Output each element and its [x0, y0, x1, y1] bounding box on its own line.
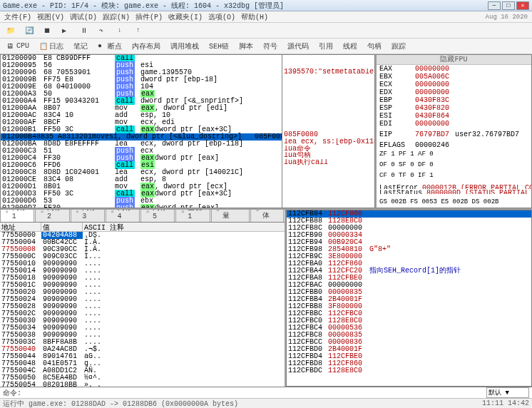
tab-references[interactable]: 引用: [315, 40, 337, 53]
stack-row[interactable]: 112CFB9C3E800000: [287, 253, 531, 260]
disasm-comment[interactable]: lua句柄: [282, 152, 374, 159]
disasm-comment[interactable]: [282, 173, 374, 180]
stack-row[interactable]: 112CFBB000000835: [287, 289, 531, 296]
disasm-comment[interactable]: lua命令: [282, 146, 374, 153]
disasm-comment[interactable]: [282, 103, 374, 111]
tab-symbols[interactable]: 符号: [260, 40, 281, 53]
disasm-comment[interactable]: [282, 90, 374, 97]
step-out-button[interactable]: ↑: [133, 25, 148, 36]
dump-hdr-ascii[interactable]: ASCII 注释: [83, 223, 285, 231]
dump-hdr-val[interactable]: 值: [41, 223, 83, 231]
stack-row[interactable]: 112CFBD4112CFBE0: [287, 353, 531, 360]
stack-row[interactable]: 112CFB8C00000000: [287, 225, 531, 232]
tab-cpu[interactable]: 🖥CPU: [3, 41, 33, 52]
tab-breakpoints[interactable]: ●断点: [94, 40, 126, 53]
disasm-comment[interactable]: [282, 180, 374, 187]
stack-row[interactable]: 112CFBA4112CFC20指向SEH_Record[1]的指针: [287, 267, 531, 275]
disasm-row[interactable]: 012000D7FF30pusheaxdword ptr [eax]: [1, 205, 282, 208]
stack-row[interactable]: 112CFBB83F800000: [287, 303, 531, 310]
dump-body[interactable]: 7755000004204A88.DS.7755000400BC42CCÍ.Â.…: [0, 232, 285, 387]
registers-panel[interactable]: 隐藏FPU EAX00000000EBX005A006CECX00000000E…: [375, 54, 532, 208]
stack-row[interactable]: 112CFBD8112CF860: [287, 360, 531, 367]
dump-tab-7[interactable]: ▫结构体: [250, 210, 284, 222]
menu-plugins[interactable]: 插件(P): [135, 12, 163, 22]
reg-esi[interactable]: ESI0430F864: [377, 112, 531, 120]
stack-row[interactable]: 112CFB9828540810G"8+": [287, 246, 531, 253]
disassembly-comments[interactable]: 1395570:"setmetatable(_G, {..085F0080lea…: [282, 54, 375, 208]
tab-callstack[interactable]: 调用堆栈: [167, 40, 203, 53]
reg-ebp[interactable]: EBP0430F83C: [377, 96, 531, 104]
menu-help[interactable]: 帮助(H): [241, 12, 268, 22]
menu-favorites[interactable]: 收藏夹(I): [168, 12, 203, 22]
stack-row[interactable]: 112CFBA8112CFBE0: [287, 275, 531, 282]
dump-hdr-addr[interactable]: 地址: [0, 223, 41, 231]
minimize-button[interactable]: ─: [488, 1, 501, 10]
step-into-button[interactable]: ↓: [114, 25, 130, 36]
menu-trace[interactable]: 跟踪(N): [103, 12, 130, 22]
disasm-comment[interactable]: [282, 111, 374, 118]
disasm-comment[interactable]: 1395570:"setmetatable(_G, {..: [282, 68, 374, 76]
reg-ebx[interactable]: EBX005A006C: [377, 73, 531, 81]
dump-tab-2[interactable]: ▫内存 3: [71, 210, 105, 222]
stack-row[interactable]: 112CFBBC112CFBC0: [287, 310, 531, 317]
menu-debug[interactable]: 调试(D): [70, 12, 97, 22]
maximize-button[interactable]: □: [502, 1, 515, 10]
tab-handles[interactable]: 句柄: [364, 40, 385, 53]
disasm-comment[interactable]: [282, 124, 374, 131]
disassembly-panel[interactable]: 01200090E8 CB99DFFFcall0120009556pushesi…: [0, 54, 282, 208]
stack-row[interactable]: 112CFBC01128E8C0: [287, 317, 531, 325]
stack-row[interactable]: 112CFBCC00000836: [287, 339, 531, 346]
tab-script[interactable]: 脚本: [235, 40, 257, 53]
reg-edx[interactable]: EDX00000000: [377, 88, 531, 96]
disasm-comment[interactable]: [282, 55, 374, 62]
disasm-comment[interactable]: [282, 194, 374, 201]
stack-row[interactable]: 112CFBD02B40001F: [287, 346, 531, 353]
tab-seh[interactable]: SEH链: [205, 40, 232, 53]
disasm-comment[interactable]: [282, 83, 374, 90]
disasm-comment[interactable]: lea ecx, ss:[ebp-0x118]: [282, 138, 374, 146]
dump-tab-0[interactable]: ▫内存 1: [0, 210, 34, 222]
stack-row[interactable]: 112CFBC400000536: [287, 325, 531, 332]
stack-row[interactable]: 112CFBAC00000000: [287, 282, 531, 289]
dump-tab-6[interactable]: ▫局部变量: [211, 210, 250, 222]
menu-view[interactable]: 视图(V): [37, 12, 64, 22]
stop-button[interactable]: ⏹: [40, 25, 56, 36]
disasm-comment[interactable]: [282, 96, 374, 103]
open-button[interactable]: 📁: [3, 25, 19, 36]
step-over-button[interactable]: ↷: [96, 25, 111, 36]
stack-row[interactable]: 112CFBB42B40001F: [287, 296, 531, 303]
disasm-comment[interactable]: [282, 200, 374, 208]
close-button[interactable]: ✕: [516, 1, 529, 10]
stack-row[interactable]: 112CFBDC1128E8C0: [287, 367, 531, 374]
tab-source[interactable]: 源代码: [284, 40, 312, 53]
disasm-comment[interactable]: [282, 76, 374, 83]
stack-row[interactable]: 112CFB881128E8C0: [287, 218, 531, 225]
reg-eflags[interactable]: EFLAGS 00000246: [377, 141, 531, 149]
tab-memory[interactable]: 内存布局: [128, 40, 164, 53]
cmd-input[interactable]: [24, 389, 486, 397]
disasm-comment[interactable]: [282, 118, 374, 125]
stack-row[interactable]: 112CFB84112CF860: [287, 210, 531, 218]
menu-options[interactable]: 选项(O): [208, 12, 235, 22]
menu-file[interactable]: 文件(F): [4, 12, 31, 22]
dump-tab-5[interactable]: ▫监视 1: [175, 210, 210, 222]
reg-ecx[interactable]: ECX00000000: [377, 81, 531, 88]
tab-trace[interactable]: 跟踪: [388, 40, 409, 53]
dump-row[interactable]: 77550054082018BB». .: [0, 382, 285, 387]
reg-eip[interactable]: EIP 76797BD7 user32.76797BD7: [377, 131, 531, 138]
stack-row[interactable]: 112CFBC800000835: [287, 332, 531, 339]
reg-esp[interactable]: ESP0430F820: [377, 104, 531, 112]
reg-edi[interactable]: EDI00000000: [377, 120, 531, 128]
dump-tab-4[interactable]: ▫内存 5: [140, 210, 175, 222]
tab-log[interactable]: 📋日志: [36, 40, 67, 53]
restart-button[interactable]: 🔄: [21, 25, 37, 36]
reg-eax[interactable]: EAX00000000: [377, 65, 531, 73]
cmd-combo[interactable]: 默认 ▼: [486, 387, 529, 398]
disasm-comment[interactable]: [282, 166, 374, 173]
tab-threads[interactable]: 线程: [339, 40, 361, 53]
disasm-comment[interactable]: 085F0080: [282, 131, 374, 138]
tab-notes[interactable]: 笔记: [70, 40, 91, 53]
stack-row[interactable]: 112CFB9000000334: [287, 232, 531, 239]
pause-button[interactable]: ⏸: [77, 25, 93, 36]
stack-row[interactable]: 112CFB9400B920C4: [287, 239, 531, 246]
